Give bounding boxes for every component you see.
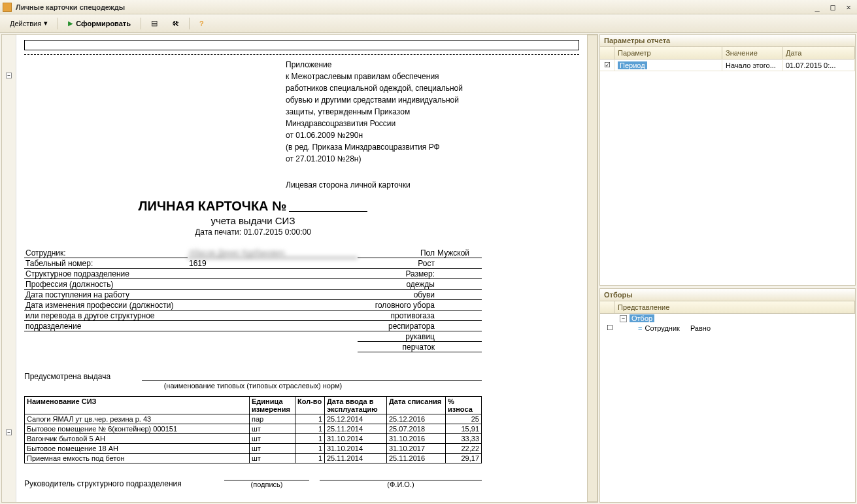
label-change2: или перевода в другое структурное (24, 311, 188, 321)
close-button[interactable]: ✕ (843, 3, 854, 12)
siz-table-cell: 31.10.2017 (387, 444, 446, 454)
siz-table-cell: 25.11.2014 (325, 454, 387, 463)
siz-table-cell: шт (250, 424, 295, 434)
siz-table-header: Кол-во (295, 397, 325, 414)
siz-table-cell: 29,17 (446, 454, 482, 463)
siz-table-cell: шт (250, 434, 295, 444)
row-param[interactable]: Период (618, 61, 647, 69)
value-clothes (436, 280, 482, 290)
appendix-line: обувью и другими средствами индивидуальн… (286, 94, 482, 106)
card-title: ЛИЧНАЯ КАРТОЧКА № (139, 199, 287, 213)
label-struct: Структурное подразделение (24, 269, 188, 279)
value-sex: Мужской (436, 248, 482, 258)
siz-table-cell: 1 (295, 434, 325, 444)
filters-header: Представление (600, 301, 855, 314)
vertical-scrollbar[interactable] (587, 35, 597, 502)
separator (141, 18, 141, 29)
value-struct (188, 269, 358, 279)
appendix-line: работников специальной одеждой, специаль… (286, 82, 482, 94)
siz-table-cell: 25.07.2018 (387, 424, 446, 434)
row-value[interactable]: Начало этого... (722, 60, 782, 71)
help-button[interactable]: ? (193, 17, 210, 30)
label-change1: Дата изменения профессии (должности) (24, 301, 188, 311)
window-controls: _ □ ✕ (811, 3, 854, 12)
filters-title: Отборы (600, 289, 855, 301)
card-title-block: ЛИЧНАЯ КАРТОЧКА № (24, 199, 482, 214)
item-checkbox[interactable]: ☐ (603, 324, 617, 332)
maximize-button[interactable]: □ (827, 3, 839, 12)
appendix-block: Приложение к Межотраслевым правилам обес… (286, 59, 482, 165)
params-title: Параметры отчета (600, 35, 855, 47)
siz-table-row: Бытовое помещение № 6(контейнер) 000151ш… (25, 424, 482, 434)
gutter: − − (2, 35, 16, 502)
siz-table-cell: пар (250, 414, 295, 424)
params-row[interactable]: ☑ Период Начало этого... 01.07.2015 0:..… (600, 59, 855, 71)
fio-label: (Ф.И.О.) (320, 480, 482, 488)
help-icon: ? (199, 20, 204, 27)
tree-collapse-icon[interactable]: − (620, 315, 627, 322)
siz-table-cell: Приемная емкость под бетон (25, 454, 250, 463)
value-job (188, 280, 358, 290)
appendix-line: защиты, утвержденным Приказом (286, 106, 482, 118)
siz-table-cell: шт (250, 454, 295, 463)
label-change3: подразделение (24, 322, 188, 331)
value-blank (188, 311, 358, 321)
appendix-line: от 27.01.2010 №28н) (286, 153, 482, 165)
siz-table-row: Сапоги ЯМАЛ ут цв.чер. резина р. 43пар12… (25, 414, 482, 424)
filter-root-row[interactable]: − Отбор (600, 314, 855, 323)
checkbox-col (600, 47, 614, 59)
siz-table-header: Дата ввода в эксплуатацию (325, 397, 387, 414)
tool-button-1[interactable]: ▤ (145, 16, 163, 30)
app-icon (3, 3, 12, 12)
siz-table-cell: 1 (295, 414, 325, 424)
filter-item-row[interactable]: ☐ = Сотрудник Равно (600, 323, 855, 333)
siz-table-header: Дата списания (387, 397, 446, 414)
value-hire (188, 290, 358, 300)
appendix-line: Приложение (286, 59, 482, 71)
sign-line (224, 471, 309, 480)
siz-table: Наименование СИЗЕдиница измеренияКол-воД… (24, 396, 482, 463)
col-param[interactable]: Параметр (614, 47, 722, 59)
generate-button[interactable]: ▶ Сформировать (62, 17, 137, 30)
siz-table-cell: 1 (295, 454, 325, 463)
top-cell (24, 40, 579, 50)
col-value[interactable]: Значение (722, 47, 782, 59)
siz-table-cell: шт (250, 444, 295, 454)
col-representation[interactable]: Представление (614, 301, 855, 313)
siz-table-cell: Сапоги ЯМАЛ ут цв.чер. резина р. 43 (25, 414, 250, 424)
collapse-toggle[interactable]: − (6, 429, 12, 435)
minimize-button[interactable]: _ (811, 3, 823, 12)
table-icon: ▤ (151, 19, 158, 27)
value-size (436, 269, 482, 279)
collapse-toggle[interactable]: − (6, 73, 12, 78)
value-tabno: 1619 (188, 259, 358, 269)
params-empty (600, 71, 855, 285)
document-scroll[interactable]: Приложение к Межотраслевым правилам обес… (16, 35, 587, 502)
value-mittens (436, 332, 482, 342)
tool-button-2[interactable]: 🛠 (166, 17, 185, 30)
row-date[interactable]: 01.07.2015 0:... (782, 60, 855, 71)
value-gloves (436, 343, 482, 352)
checkbox-col (600, 301, 614, 313)
appendix-line: к Межотраслевым правилам обеспечения (286, 71, 482, 82)
siz-table-header: Единица измерения (250, 397, 295, 414)
signature-row: Руководитель структурного подразделения … (24, 471, 482, 488)
actions-menu[interactable]: Действия ▾ (4, 16, 54, 30)
label-mittens: рукавиц (358, 332, 436, 342)
siz-table-cell: Бытовое помещение 18 АН (25, 444, 250, 454)
face-side-label: Лицевая сторона личной карточки (286, 180, 482, 190)
blank (24, 332, 188, 342)
toolbar: Действия ▾ ▶ Сформировать ▤ 🛠 ? (0, 14, 857, 33)
sign-label: (подпись) (224, 480, 309, 488)
value-blank (188, 301, 358, 311)
titlebar: Личные карточки спецодежды _ □ ✕ (0, 0, 857, 14)
label-sex: Пол (358, 248, 436, 258)
row-checkbox[interactable]: ☑ (600, 59, 614, 71)
label-hire: Дата поступления на работу (24, 290, 188, 300)
value-respirator (436, 322, 482, 331)
col-date[interactable]: Дата (782, 47, 855, 59)
predus-line (142, 372, 482, 381)
siz-table-cell: 25.12.2016 (387, 414, 446, 424)
siz-table-cell: 25 (446, 414, 482, 424)
label-tabno: Табельный номер: (24, 259, 188, 269)
